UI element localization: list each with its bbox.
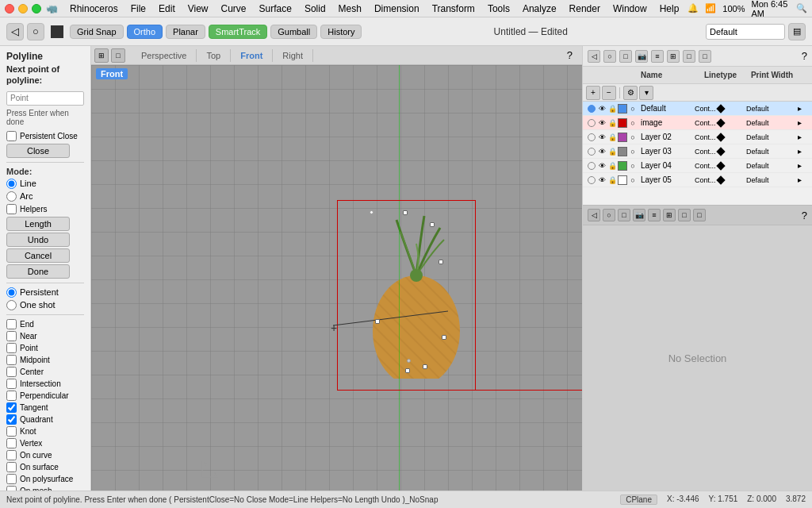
prop-icon-1[interactable]: ◁ (588, 209, 600, 221)
layer-material-icon-img[interactable]: ○ (628, 118, 638, 128)
layer-overflow-image[interactable]: ▸ (798, 118, 809, 127)
smart-track-button[interactable]: SmartTrack (209, 25, 267, 39)
viewport-grid-icon[interactable]: ⊞ (94, 48, 109, 63)
prop-help-icon[interactable]: ? (802, 210, 807, 221)
persistent-radio[interactable] (6, 287, 17, 298)
layer-overflow-03[interactable]: ▸ (798, 147, 809, 156)
undo-button[interactable]: Undo (6, 233, 70, 247)
layer-lock-icon-03[interactable]: 🔒 (607, 147, 617, 156)
cancel-button[interactable]: Cancel (6, 248, 70, 263)
control-point-4[interactable] (442, 335, 446, 340)
layer-row-image[interactable]: 👁 🔒 ○ image Cont... Default ▸ (583, 116, 812, 130)
prop-icon-2[interactable]: ○ (603, 209, 615, 221)
layer-material-icon-05[interactable]: ○ (628, 175, 638, 185)
layer-lock-icon-04[interactable]: 🔒 (607, 161, 617, 171)
grid-snap-button[interactable]: Grid Snap (70, 25, 124, 39)
menu-window[interactable]: Window (607, 2, 653, 15)
layer-add-button[interactable]: + (586, 86, 600, 100)
front-viewport[interactable]: Front x y (91, 65, 582, 491)
history-button[interactable]: History (320, 25, 362, 39)
tab-top[interactable]: Top (197, 49, 231, 62)
menu-solid[interactable]: Solid (299, 2, 331, 15)
point-input[interactable] (6, 91, 84, 106)
menu-transform[interactable]: Transform (427, 2, 481, 15)
prop-icon-5[interactable]: ≡ (648, 209, 661, 221)
layer-color-swatch[interactable] (618, 104, 627, 114)
layer-icon-3[interactable]: □ (619, 50, 632, 63)
persistent-close-checkbox[interactable] (6, 131, 17, 141)
layer-overflow-default[interactable]: ▸ (798, 104, 809, 113)
control-point-3[interactable] (439, 260, 443, 264)
help-icon[interactable]: ? (561, 48, 579, 63)
layer-color-swatch-04[interactable] (618, 161, 627, 171)
nav-back-button[interactable]: ◁ (6, 23, 24, 40)
layer-icon-5[interactable]: ≡ (651, 50, 664, 63)
prop-icon-8[interactable]: □ (693, 209, 706, 221)
gumball-button[interactable]: Gumball (270, 25, 317, 39)
nav-circle-button[interactable]: ○ (27, 23, 44, 40)
layer-icon-2[interactable]: ○ (603, 50, 616, 63)
length-button[interactable]: Length (6, 217, 70, 231)
layer-row-03[interactable]: 👁 🔒 ○ Layer 03 Cont... Default ▸ (583, 144, 812, 159)
done-button[interactable]: Done (6, 264, 70, 279)
layer-icon-6[interactable]: ⊞ (667, 50, 680, 63)
menu-file[interactable]: File (125, 2, 151, 15)
control-point-7[interactable] (375, 319, 380, 324)
notification-icon[interactable]: 🔔 (688, 3, 699, 13)
layer-lock-icon-02[interactable]: 🔒 (607, 133, 617, 142)
layer-visible-icon-05[interactable]: 👁 (597, 175, 607, 185)
layer-settings-button[interactable]: ⚙ (623, 86, 638, 100)
prop-icon-4[interactable]: 📷 (633, 209, 645, 221)
layer-color-swatch-05[interactable] (618, 175, 627, 185)
layer-help-icon[interactable]: ? (802, 50, 807, 62)
layer-material-icon-03[interactable]: ○ (628, 147, 638, 156)
menu-rhinoceros[interactable]: Rhinoceros (64, 2, 124, 15)
prop-icon-3[interactable]: □ (618, 209, 630, 221)
layer-row-05[interactable]: 👁 🔒 ○ Layer 05 Cont... Default ▸ (583, 173, 812, 187)
planar-button[interactable]: Planar (166, 25, 205, 39)
layer-color-swatch-03[interactable] (618, 147, 627, 156)
layer-row-04[interactable]: 👁 🔒 ○ Layer 04 Cont... Default ▸ (583, 159, 812, 173)
layer-icon-4[interactable]: 📷 (635, 50, 648, 63)
menu-surface[interactable]: Surface (254, 2, 297, 15)
prop-icon-6[interactable]: ⊞ (663, 209, 676, 221)
tab-front[interactable]: Front (231, 49, 273, 62)
menu-tools[interactable]: Tools (482, 2, 515, 15)
maximize-button[interactable] (32, 4, 41, 13)
layer-lock-icon-img[interactable]: 🔒 (607, 118, 617, 128)
control-point-2[interactable] (430, 222, 435, 227)
prop-icon-7[interactable]: □ (678, 209, 691, 221)
ortho-button[interactable]: Ortho (127, 25, 163, 39)
layer-dropdown-button[interactable]: ▾ (639, 86, 653, 100)
layer-lock-icon-05[interactable]: 🔒 (607, 175, 617, 185)
menu-dimension[interactable]: Dimension (369, 2, 425, 15)
menu-analyze[interactable]: Analyze (517, 2, 562, 15)
layer-row-02[interactable]: 👁 🔒 ○ Layer 02 Cont... Default ▸ (583, 130, 812, 144)
tab-right[interactable]: Right (273, 49, 313, 62)
menu-help[interactable]: Help (654, 2, 685, 15)
viewport-box-icon[interactable]: □ (111, 48, 125, 63)
layer-icon-7[interactable]: □ (683, 50, 695, 63)
layer-lock-icon[interactable]: 🔒 (607, 104, 617, 114)
tab-perspective[interactable]: Perspective (132, 49, 197, 62)
layer-icon-1[interactable]: ◁ (588, 50, 600, 63)
control-point-5[interactable] (423, 364, 427, 369)
menu-view[interactable]: View (182, 2, 214, 15)
layer-color-swatch-img[interactable] (618, 118, 627, 128)
layer-overflow-02[interactable]: ▸ (798, 133, 809, 141)
layer-visible-icon-03[interactable]: 👁 (597, 147, 607, 156)
layer-remove-button[interactable]: − (602, 86, 616, 100)
menu-curve[interactable]: Curve (216, 2, 252, 15)
mode-line-radio[interactable] (6, 179, 17, 189)
color-swatch[interactable] (51, 25, 63, 38)
helpers-checkbox[interactable] (6, 204, 17, 214)
default-layer-input[interactable] (706, 24, 785, 40)
layer-material-icon-02[interactable]: ○ (628, 133, 638, 142)
layer-material-icon[interactable]: ○ (628, 104, 638, 114)
control-point-6[interactable] (405, 368, 410, 373)
minimize-button[interactable] (18, 4, 28, 13)
layer-color-swatch-02[interactable] (618, 133, 627, 142)
layer-icon-8[interactable]: □ (699, 50, 711, 63)
menu-edit[interactable]: Edit (153, 2, 181, 15)
close-button[interactable]: Close (6, 144, 70, 158)
